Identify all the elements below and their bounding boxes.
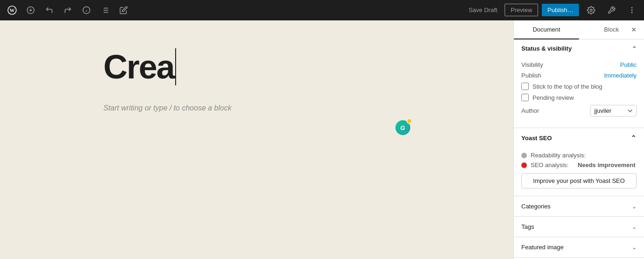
publish-value[interactable]: Immediately [604, 72, 637, 79]
readability-dot [521, 153, 527, 158]
featured-image-header[interactable]: Featured image ⌄ [514, 237, 644, 257]
pending-review-label[interactable]: Pending review [532, 94, 574, 101]
stick-top-row: Stick to the top of the blog [521, 83, 637, 90]
yoast-seo-chevron: ⌃ [631, 134, 637, 142]
pending-review-row: Pending review [521, 94, 637, 101]
author-row: Author jjuviler [521, 105, 637, 117]
featured-image-title: Featured image [521, 244, 564, 251]
status-visibility-title: Status & visibility [521, 45, 572, 52]
publish-row: Publish Immediately [521, 72, 637, 79]
svg-point-16 [631, 10, 632, 11]
visibility-value[interactable]: Public [620, 61, 637, 68]
stick-top-checkbox[interactable] [521, 83, 529, 90]
status-visibility-content: Visibility Public Publish Immediately St… [514, 58, 644, 128]
editor-area[interactable]: Crea Start writing or type / to choose a… [0, 20, 513, 259]
yoast-seo-title: Yoast SEO [521, 135, 552, 142]
tags-header[interactable]: Tags ⌄ [514, 217, 644, 237]
svg-point-15 [631, 7, 632, 8]
info-button[interactable] [78, 2, 95, 19]
status-visibility-section: Status & visibility ⌃ Visibility Public … [514, 39, 644, 128]
post-title-text: Crea [104, 48, 174, 85]
edit-button[interactable] [115, 2, 132, 19]
svg-point-17 [631, 12, 632, 13]
seo-dot [521, 162, 527, 168]
grammarly-badge [407, 118, 412, 124]
toolbar: W [0, 0, 644, 20]
redo-button[interactable] [59, 2, 76, 19]
sidebar-close-button[interactable]: × [627, 23, 640, 36]
seo-analysis-label: SEO analysis: [531, 162, 569, 168]
more-options-button[interactable] [624, 2, 640, 19]
svg-point-14 [590, 9, 592, 11]
categories-header[interactable]: Categories ⌄ [514, 196, 644, 216]
readability-label: Readability analysis: [531, 152, 586, 159]
improve-yoast-button[interactable]: Improve your post with Yoast SEO [521, 173, 637, 188]
pending-review-checkbox[interactable] [521, 94, 529, 101]
editor-content: Crea Start writing or type / to choose a… [104, 48, 410, 231]
undo-button[interactable] [41, 2, 58, 19]
post-title[interactable]: Crea [104, 48, 410, 85]
post-placeholder[interactable]: Start writing or type / to choose a bloc… [104, 104, 410, 112]
categories-chevron: ⌄ [632, 203, 637, 210]
publish-button[interactable]: Publish… [542, 4, 579, 16]
categories-title: Categories [521, 203, 551, 210]
visibility-label: Visibility [521, 61, 543, 68]
svg-text:W: W [10, 7, 15, 13]
categories-section: Categories ⌄ [514, 196, 644, 217]
tags-section: Tags ⌄ [514, 217, 644, 237]
wp-logo[interactable]: W [4, 2, 20, 19]
author-label: Author [521, 107, 539, 114]
readability-row: Readability analysis: [521, 152, 637, 159]
author-select[interactable]: jjuviler [590, 105, 637, 117]
yoast-seo-section: Yoast SEO ⌃ Readability analysis: SEO an… [514, 128, 644, 196]
stick-top-label[interactable]: Stick to the top of the blog [532, 83, 602, 90]
save-draft-button[interactable]: Save Draft [465, 4, 501, 16]
seo-analysis-row: SEO analysis: Needs improvement [521, 162, 637, 168]
toolbar-right: Save Draft Preview Publish… [465, 2, 640, 19]
yoast-seo-content: Readability analysis: SEO analysis: Need… [514, 148, 644, 196]
yoast-seo-header[interactable]: Yoast SEO ⌃ [514, 128, 644, 148]
toolbar-left: W [4, 2, 465, 19]
settings-button[interactable] [583, 2, 599, 19]
tools-button[interactable] [603, 2, 620, 19]
featured-image-chevron: ⌄ [632, 244, 637, 251]
add-block-button[interactable] [22, 2, 39, 19]
visibility-row: Visibility Public [521, 61, 637, 68]
grammarly-circle: G [395, 120, 410, 135]
tags-chevron: ⌄ [632, 224, 637, 230]
title-cursor [175, 48, 176, 85]
sidebar: Document Block × Status & visibility ⌃ V… [513, 20, 644, 259]
status-visibility-header[interactable]: Status & visibility ⌃ [514, 39, 644, 58]
preview-button[interactable]: Preview [505, 4, 538, 16]
status-visibility-chevron: ⌃ [632, 45, 637, 52]
publish-label: Publish [521, 72, 541, 79]
tags-title: Tags [521, 223, 534, 230]
main-area: Crea Start writing or type / to choose a… [0, 20, 644, 259]
seo-analysis-value: Needs improvement [578, 162, 635, 168]
list-view-button[interactable] [97, 2, 113, 19]
grammarly-icon[interactable]: G [395, 120, 410, 135]
sidebar-tabs: Document Block × [514, 20, 644, 39]
tab-document[interactable]: Document [514, 20, 579, 39]
featured-image-section: Featured image ⌄ [514, 237, 644, 258]
